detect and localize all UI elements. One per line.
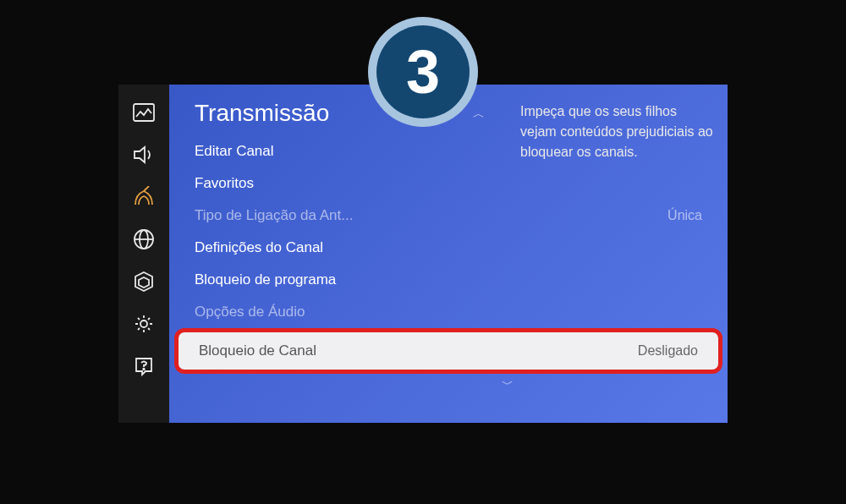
system-icon[interactable] bbox=[131, 269, 157, 294]
menu-item-definicoes-canal[interactable]: Definições do Canal bbox=[169, 232, 728, 264]
menu-label: Favoritos bbox=[195, 175, 254, 192]
menu-item-opcoes-audio[interactable]: Opções de Áudio bbox=[169, 296, 728, 328]
general-icon[interactable] bbox=[131, 311, 157, 337]
menu-label: Bloqueio de programa bbox=[195, 271, 336, 288]
sidebar bbox=[118, 85, 169, 423]
svg-marker-7 bbox=[139, 277, 149, 288]
menu-label: Definições do Canal bbox=[195, 239, 323, 256]
svg-marker-1 bbox=[135, 147, 145, 162]
menu-label: Opções de Áudio bbox=[195, 304, 305, 320]
menu-list: Editar Canal Favoritos Tipo de Ligação d… bbox=[169, 135, 728, 374]
menu-item-bloqueio-programa[interactable]: Bloqueio de programa bbox=[169, 264, 728, 296]
menu-label: Editar Canal bbox=[195, 143, 274, 160]
step-number: 3 bbox=[376, 25, 470, 118]
svg-point-9 bbox=[143, 369, 145, 370]
menu-label: Bloqueio de Canal bbox=[199, 342, 316, 359]
menu-item-tipo-ligacao[interactable]: Tipo de Ligação da Ant... Única bbox=[169, 200, 728, 232]
menu-label: Tipo de Ligação da Ant... bbox=[195, 207, 353, 224]
sound-icon[interactable] bbox=[131, 142, 157, 167]
support-icon[interactable] bbox=[131, 353, 157, 379]
svg-point-8 bbox=[140, 320, 147, 327]
svg-line-2 bbox=[144, 186, 149, 191]
scroll-down-icon[interactable]: ﹀ bbox=[288, 374, 728, 392]
menu-value: Única bbox=[667, 208, 702, 223]
step-badge: 3 bbox=[368, 17, 478, 127]
picture-icon[interactable] bbox=[131, 100, 157, 125]
network-icon[interactable] bbox=[131, 227, 157, 252]
broadcast-icon[interactable] bbox=[131, 184, 157, 210]
menu-item-bloqueio-canal[interactable]: Bloqueio de Canal Desligado bbox=[174, 328, 722, 374]
menu-value: Desligado bbox=[638, 343, 698, 359]
help-text: Impeça que os seus filhos vejam conteúdo… bbox=[512, 93, 723, 171]
menu-item-favoritos[interactable]: Favoritos bbox=[169, 167, 728, 200]
panel-title: Transmissão bbox=[169, 93, 354, 135]
